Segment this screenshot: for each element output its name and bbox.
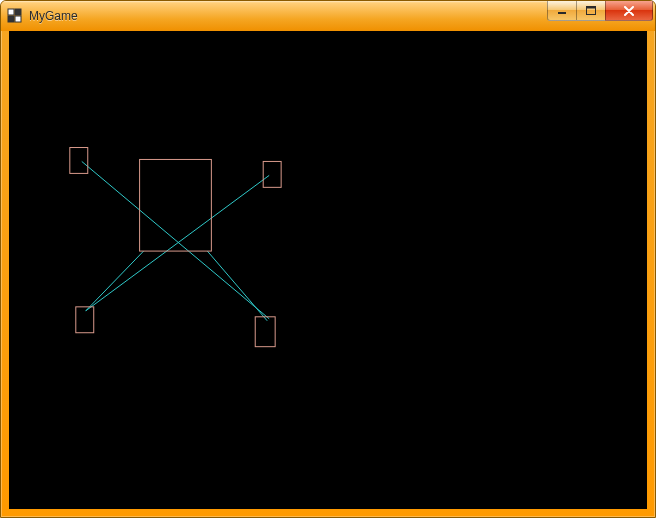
- scene-line: [82, 161, 269, 318]
- scene-rect: [263, 161, 281, 187]
- scene-rect: [70, 148, 88, 174]
- svg-rect-0: [8, 9, 14, 15]
- client-area: [9, 31, 647, 509]
- minimize-icon: [557, 7, 567, 15]
- svg-rect-2: [8, 16, 14, 22]
- window-frame: MyGame: [0, 0, 656, 518]
- close-button[interactable]: [605, 1, 653, 21]
- svg-rect-6: [587, 7, 596, 9]
- close-icon: [623, 6, 635, 16]
- scene-rect: [255, 317, 275, 347]
- scene-line: [207, 251, 267, 321]
- titlebar[interactable]: MyGame: [1, 1, 655, 31]
- game-canvas[interactable]: [10, 32, 646, 508]
- app-icon: [7, 8, 23, 24]
- maximize-button[interactable]: [576, 1, 606, 21]
- scene-rect: [140, 159, 212, 251]
- svg-rect-3: [15, 16, 21, 22]
- svg-rect-4: [558, 12, 566, 14]
- scene-line: [86, 251, 144, 311]
- window-controls: [548, 1, 653, 21]
- maximize-icon: [586, 6, 596, 15]
- svg-rect-1: [15, 9, 21, 15]
- minimize-button[interactable]: [547, 1, 577, 21]
- scene-rect: [76, 307, 94, 333]
